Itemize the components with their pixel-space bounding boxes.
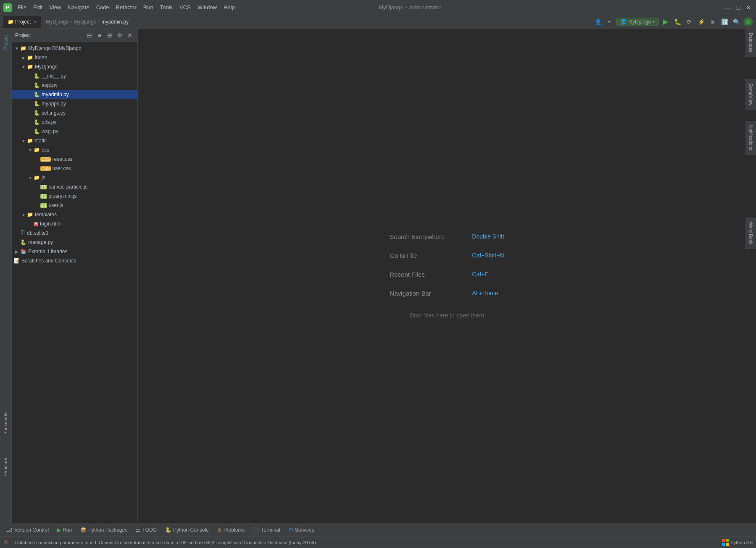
js-file-icon: JS: [40, 185, 47, 189]
scmview-panel-tab[interactable]: SonarView: [745, 79, 756, 110]
panel-settings[interactable]: ⚙: [116, 31, 124, 39]
breadcrumb-sep1: ›: [70, 19, 72, 25]
tab-dropdown-icon[interactable]: ▾: [34, 19, 37, 25]
recent-files-shortcut[interactable]: Ctrl+E: [472, 271, 488, 278]
python-file-icon: 🐍: [34, 128, 40, 134]
goto-file-shortcut[interactable]: Ctrl+Shift+N: [472, 252, 504, 259]
tree-item-mydjango-folder[interactable]: ▼ 📁 MyDjango: [12, 62, 137, 71]
run-tool-label: Run: [63, 527, 72, 533]
menu-file[interactable]: File: [15, 3, 29, 11]
tab-project[interactable]: 📁 Project ▾: [3, 16, 41, 28]
tree-item-settings[interactable]: 🐍 settings.py: [12, 108, 137, 118]
menu-navigate[interactable]: Navigate: [65, 3, 92, 11]
menu-help[interactable]: Help: [221, 3, 237, 11]
account-button[interactable]: 👤: [594, 17, 603, 26]
tree-item-canvas-js[interactable]: JS canvas-particle.js: [12, 182, 137, 191]
database-panel-tab[interactable]: Database: [745, 29, 756, 57]
maximize-button[interactable]: □: [734, 3, 743, 12]
tree-item-index[interactable]: ▶ 📁 index: [12, 53, 137, 62]
navbar-label: Navigation Bar: [390, 290, 465, 297]
tree-item-css-folder[interactable]: ▼ 📁 css: [12, 145, 137, 155]
tree-item-static[interactable]: ▼ 📁 static: [12, 136, 137, 145]
arrow-icon: ▶: [13, 249, 20, 254]
tree-item-external-libs[interactable]: ▶ 📚 External Libraries: [12, 247, 137, 256]
breadcrumb-root[interactable]: MyDjango: [46, 19, 68, 25]
services-button[interactable]: ⚙ Services: [285, 526, 318, 534]
close-button[interactable]: ✕: [744, 3, 753, 12]
tree-item-asgi[interactable]: 🐍 asgi.py: [12, 81, 137, 90]
arrow-icon: ▼: [27, 148, 34, 152]
tree-item-reset-css[interactable]: CSS reset.css: [12, 155, 137, 164]
panel-scroll-left[interactable]: ⊟: [85, 31, 94, 39]
run-config-dropdown[interactable]: ▾: [653, 19, 655, 24]
status-message[interactable]: Database connection parameters found: Co…: [12, 540, 719, 545]
todo-icon: ☰: [136, 527, 140, 533]
tree-item-user-css[interactable]: CSS user.css: [12, 164, 137, 173]
breadcrumb-file[interactable]: myadmin.py: [101, 19, 129, 25]
debug-button[interactable]: 🐛: [673, 17, 682, 26]
breadcrumb-mid[interactable]: MyDjango: [74, 19, 96, 25]
menu-tools[interactable]: Tools: [158, 3, 175, 11]
tree-item-wsgi[interactable]: 🐍 wsgi.py: [12, 127, 137, 136]
run-config-label: MyDjango: [628, 19, 651, 25]
arrow-icon: ▼: [27, 176, 34, 180]
python-packages-label: Python Packages: [88, 527, 127, 533]
tree-item-user-js[interactable]: JS user.js: [12, 201, 137, 210]
todo-button[interactable]: ☰ TODO: [132, 526, 160, 534]
structure-side-tab[interactable]: Structure: [0, 454, 11, 481]
tree-item-myadmin[interactable]: 🐍 myadmin.py: [12, 90, 137, 99]
python-packages-button[interactable]: 📦 Python Packages: [77, 526, 131, 534]
tree-item-db-sqlite[interactable]: 🗄 db.sqlite3: [12, 228, 137, 238]
terminal-button[interactable]: ⬛ Terminal: [250, 526, 283, 534]
menu-refactor[interactable]: Refactor: [113, 3, 139, 11]
python-version-info[interactable]: Python 3.8: [722, 539, 753, 546]
minimize-button[interactable]: —: [724, 3, 732, 12]
panel-close[interactable]: ✕: [126, 31, 134, 39]
menu-vcs[interactable]: VCS: [177, 3, 193, 11]
navbar-shortcut[interactable]: Alt+Home: [472, 290, 498, 296]
tree-item-templates[interactable]: ▼ 📁 templates: [12, 210, 137, 219]
tree-item-root[interactable]: ▼ 📁 MyDjango D:\MyDjango: [12, 44, 137, 53]
tree-item-manage-py[interactable]: 🐍 manage.py: [12, 238, 137, 247]
menu-view[interactable]: View: [47, 3, 63, 11]
version-control-label: Version Control: [14, 527, 49, 533]
tree-label-mydjango: MyDjango: [35, 64, 58, 70]
run-tool-icon: ▶: [57, 527, 61, 533]
run-configuration[interactable]: 🌐 MyDjango ▾: [616, 18, 659, 26]
tree-item-jquery[interactable]: JS jquery.min.js: [12, 191, 137, 201]
search-everywhere-button[interactable]: 🔍: [732, 17, 741, 26]
account-dropdown[interactable]: ▾: [605, 17, 614, 26]
tree-item-login-html[interactable]: H login.html: [12, 219, 137, 228]
tree-item-init[interactable]: 🐍 __init__.py: [12, 71, 137, 81]
search-everywhere-shortcut[interactable]: Double Shift: [472, 233, 504, 240]
bookmarks-side-tab[interactable]: Bookmarks: [0, 407, 11, 439]
tree-item-js-folder[interactable]: ▼ 📁 js: [12, 173, 137, 182]
translate-button[interactable]: 🔠: [720, 17, 729, 26]
panel-expand-all[interactable]: ⊞: [105, 31, 114, 39]
tree-label-urls: urls.py: [42, 119, 56, 125]
menu-code[interactable]: Code: [94, 3, 112, 11]
run-button[interactable]: ▶: [661, 17, 670, 26]
menu-run[interactable]: Run: [141, 3, 156, 11]
tree-item-urls[interactable]: 🐍 urls.py: [12, 118, 137, 127]
version-control-button[interactable]: ⎇ Version Control: [3, 526, 52, 534]
tree-item-scratches[interactable]: 📝 Scratches and Consoles: [12, 256, 137, 265]
problems-label: Problems: [224, 527, 245, 533]
problems-button[interactable]: ⚠ Problems: [214, 526, 248, 534]
stop-button[interactable]: ■: [708, 17, 717, 26]
js-file-icon: JS: [40, 194, 47, 199]
folder-icon: 📁: [20, 45, 26, 51]
panel-collapse-all[interactable]: ≡: [95, 31, 104, 39]
menu-edit[interactable]: Edit: [31, 3, 45, 11]
notifications-panel-tab[interactable]: Notifications: [745, 121, 756, 155]
coverage-button[interactable]: ⟳: [685, 17, 694, 26]
run-tool-button[interactable]: ▶ Run: [54, 526, 75, 534]
word-book-panel-tab[interactable]: Word Book: [745, 218, 756, 249]
python-console-button[interactable]: 🐍 Python Console: [162, 526, 212, 534]
profile-button[interactable]: ⚡: [696, 17, 706, 26]
notifications-button[interactable]: ⊕: [743, 17, 753, 26]
menu-window[interactable]: Window: [195, 3, 219, 11]
tree-item-myapps[interactable]: 🐍 myapps.py: [12, 99, 137, 108]
project-side-tab[interactable]: Project: [2, 32, 10, 53]
scratches-icon: 📝: [13, 258, 20, 264]
